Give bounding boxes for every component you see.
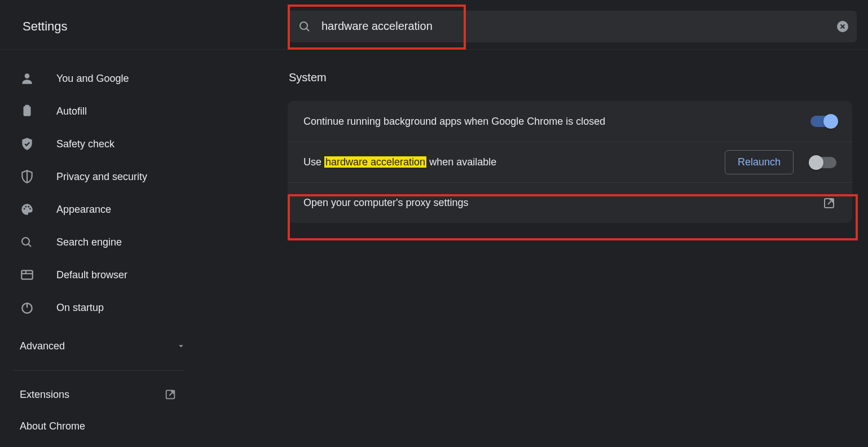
sidebar-item-default-browser[interactable]: Default browser — [0, 258, 197, 291]
setting-row-background-apps: Continue running background apps when Go… — [288, 101, 852, 142]
open-external-icon — [822, 196, 836, 211]
clipboard-icon — [20, 104, 56, 119]
system-settings-card: Continue running background apps when Go… — [288, 101, 852, 223]
text-fragment: when available — [426, 156, 496, 168]
setting-label: Open your computer's proxy settings — [303, 197, 822, 209]
sidebar-item-search-engine[interactable]: Search engine — [0, 226, 197, 258]
extensions-label: Extensions — [20, 389, 69, 401]
svg-rect-16 — [21, 270, 33, 279]
sidebar-item-label: On startup — [56, 302, 104, 314]
sidebar-item-label: Safety check — [56, 138, 114, 150]
advanced-label: Advanced — [20, 340, 65, 352]
chevron-down-icon — [176, 341, 186, 351]
sidebar-advanced-toggle[interactable]: Advanced — [0, 330, 197, 362]
sidebar-item-on-startup[interactable]: On startup — [0, 291, 197, 324]
svg-point-5 — [25, 73, 30, 78]
search-icon — [288, 20, 321, 33]
setting-row-proxy[interactable]: Open your computer's proxy settings — [288, 182, 852, 223]
setting-label: Continue running background apps when Go… — [303, 116, 810, 128]
sidebar-item-label: You and Google — [56, 73, 129, 85]
svg-point-13 — [29, 208, 31, 210]
sidebar-item-extensions[interactable]: Extensions — [0, 379, 189, 410]
shield-check-icon — [20, 137, 56, 151]
main-content: System Continue running background apps … — [288, 50, 852, 447]
sidebar-item-safety-check[interactable]: Safety check — [0, 128, 197, 160]
sidebar-item-you-and-google[interactable]: You and Google — [0, 62, 197, 95]
svg-line-15 — [28, 244, 31, 247]
power-icon — [20, 300, 56, 315]
setting-row-hardware-acceleration: Use hardware acceleration when available… — [288, 142, 852, 182]
palette-icon — [20, 202, 56, 217]
sidebar-item-label: Default browser — [56, 269, 127, 281]
svg-rect-8 — [25, 105, 29, 107]
divider — [14, 370, 184, 371]
clear-search-icon[interactable] — [829, 20, 857, 33]
search-highlight: hardware acceleration — [324, 156, 426, 168]
svg-line-1 — [306, 28, 309, 31]
text-fragment: Use — [303, 156, 324, 168]
settings-header: Settings — [0, 0, 868, 50]
sidebar-item-autofill[interactable]: Autofill — [0, 95, 197, 128]
search-icon — [20, 235, 56, 249]
sidebar-item-label: Search engine — [56, 236, 122, 248]
svg-point-14 — [22, 238, 29, 245]
svg-point-11 — [25, 206, 27, 208]
sidebar-item-label: Autofill — [56, 106, 87, 117]
relaunch-button[interactable]: Relaunch — [725, 150, 794, 174]
search-field[interactable] — [288, 11, 857, 42]
toggle-hardware-acceleration[interactable] — [810, 157, 836, 168]
section-title: System — [289, 71, 852, 84]
sidebar-item-label: Appearance — [56, 204, 111, 216]
person-icon — [20, 71, 56, 86]
svg-point-0 — [300, 22, 307, 29]
sidebar-item-appearance[interactable]: Appearance — [0, 193, 197, 226]
shield-icon — [20, 169, 56, 184]
sidebar-item-about-chrome[interactable]: About Chrome — [0, 410, 197, 442]
sidebar: You and Google Autofill Safety check Pri… — [0, 50, 197, 447]
toggle-background-apps[interactable] — [810, 116, 836, 127]
open-external-icon — [164, 388, 177, 401]
about-label: About Chrome — [20, 420, 85, 432]
browser-icon — [20, 268, 56, 282]
page-title: Settings — [0, 19, 288, 34]
svg-point-10 — [24, 208, 25, 210]
search-input[interactable] — [321, 11, 829, 42]
sidebar-item-privacy[interactable]: Privacy and security — [0, 160, 197, 193]
svg-point-12 — [28, 206, 29, 208]
setting-label: Use hardware acceleration when available — [303, 156, 725, 168]
sidebar-item-label: Privacy and security — [56, 171, 147, 183]
